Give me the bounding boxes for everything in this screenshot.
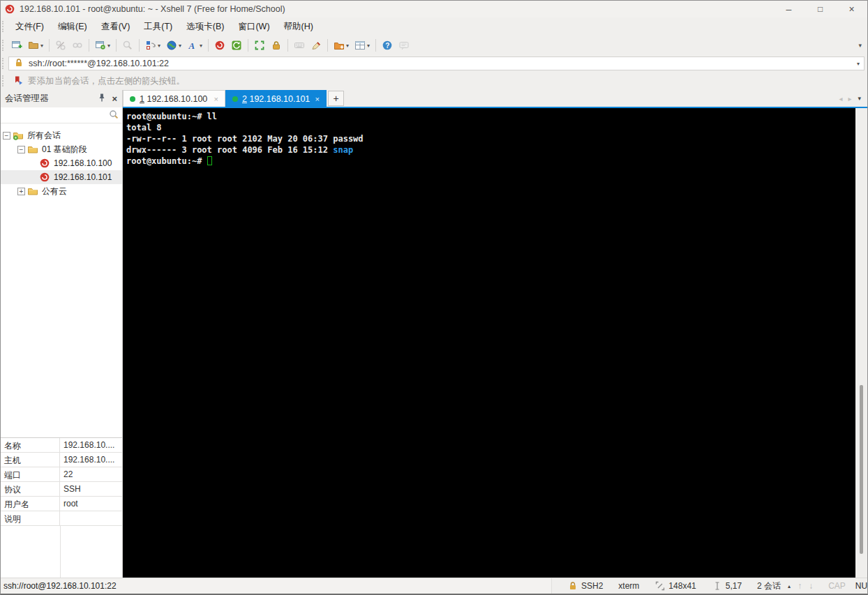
panel-spacer — [1, 198, 122, 437]
encoding-icon — [166, 40, 177, 51]
folder-icon — [27, 186, 38, 197]
dropdown-caret-icon[interactable]: ▾ — [158, 43, 160, 49]
status-connection: ssh://root@192.168.10.101:22 — [1, 578, 552, 594]
tree-item-01-[interactable]: −01 基础阶段 — [1, 142, 122, 156]
property-value: 22 — [60, 467, 122, 481]
tree-item-label: 所有会话 — [27, 130, 61, 142]
scrollbar-thumb[interactable] — [860, 385, 863, 554]
highlight-button[interactable] — [308, 38, 324, 53]
find-icon — [122, 40, 133, 51]
open-session-button[interactable]: ▾ — [25, 38, 46, 53]
tab-bar: 1 192.168.10.100×2 192.168.10.101×+ ◂ ▸ … — [123, 90, 867, 108]
menu-item-2[interactable]: 查看(V) — [94, 18, 137, 36]
toolbar-separator — [89, 39, 89, 52]
tree-item--[interactable]: −所有会话 — [1, 128, 122, 142]
address-bar[interactable]: ssh://root:******@192.168.10.101:22 ▾ — [8, 57, 865, 70]
status-session-count[interactable]: 2 会话 ▴ — [757, 580, 791, 592]
font-button[interactable]: A▾ — [184, 38, 205, 53]
compose-bar-icon — [145, 40, 156, 51]
minimize-button[interactable]: – — [773, 1, 805, 17]
collapse-icon[interactable]: − — [3, 132, 10, 140]
session-search-input[interactable] — [3, 109, 108, 121]
info-bar: 要添加当前会话，点击左侧的箭头按钮。 — [1, 72, 867, 90]
dropdown-caret-icon[interactable]: ▾ — [107, 43, 110, 49]
collapse-icon[interactable]: − — [17, 146, 25, 153]
dropdown-caret-icon[interactable]: ▾ — [179, 43, 181, 49]
maximize-button[interactable]: □ — [805, 1, 836, 17]
terminal-scrollbar[interactable] — [855, 108, 867, 578]
toolbar-overflow-caret-icon[interactable]: ▾ — [858, 42, 867, 49]
scroll-down-icon[interactable]: ↓ — [809, 581, 813, 591]
connected-dot-icon — [130, 96, 135, 102]
toolbar-separator — [248, 39, 248, 52]
dropdown-caret-icon[interactable]: ▾ — [200, 43, 202, 49]
menu-item-3[interactable]: 工具(T) — [137, 18, 179, 36]
tab-close-icon[interactable]: × — [214, 95, 218, 103]
pin-icon[interactable] — [96, 92, 107, 105]
highlight-icon — [310, 40, 322, 51]
menu-item-4[interactable]: 选项卡(B) — [179, 18, 231, 36]
feedback-icon — [398, 40, 410, 51]
property-row: 名称192.168.10.... — [1, 438, 122, 453]
dropdown-caret-icon[interactable]: ▾ — [346, 43, 349, 49]
expand-icon[interactable]: + — [17, 188, 25, 195]
tree-item-label: 192.168.10.101 — [54, 172, 112, 182]
file-transfer-button[interactable]: ▾ — [331, 38, 352, 53]
lock-icon — [13, 57, 24, 70]
menu-item-0[interactable]: 文件(F) — [8, 18, 51, 36]
tab-label: 2 192.168.10.101 — [242, 94, 310, 104]
session-icon — [39, 158, 50, 169]
caps-lock-indicator: CAP — [828, 581, 846, 591]
help-button[interactable]: ? — [379, 38, 396, 53]
help-icon: ? — [382, 40, 393, 51]
fullscreen-button[interactable] — [251, 38, 268, 53]
property-row: 说明 — [1, 511, 122, 526]
scroll-up-icon[interactable]: ↑ — [798, 581, 802, 591]
session-manager-header: 会话管理器 × — [1, 90, 122, 107]
dropdown-caret-icon[interactable]: ▾ — [367, 43, 370, 49]
tile-windows-button[interactable]: ▾ — [352, 38, 373, 53]
menu-item-5[interactable]: 窗口(W) — [231, 18, 276, 36]
connected-dot-icon — [232, 96, 238, 102]
panel-close-icon[interactable]: × — [110, 93, 119, 104]
tab-scroll-left-icon[interactable]: ◂ — [836, 95, 845, 103]
close-button[interactable]: × — [836, 1, 867, 17]
disconnect-icon — [55, 40, 66, 51]
encoding-button[interactable]: ▾ — [163, 38, 184, 53]
window-title: 192.168.10.101 - root@xubuntu: ~ - Xshel… — [20, 4, 285, 14]
session-count-caret-icon[interactable]: ▴ — [788, 583, 791, 589]
tree-item--[interactable]: +公有云 — [1, 184, 122, 198]
session-properties-button[interactable]: ▾ — [92, 38, 113, 53]
property-label: 端口 — [1, 467, 60, 481]
xshell-button[interactable] — [211, 38, 228, 53]
status-terminal-type-label: xterm — [618, 581, 639, 591]
xftp-button[interactable] — [228, 38, 245, 53]
tree-item-192.168.10.101[interactable]: 192.168.10.101 — [1, 170, 122, 184]
property-value: 192.168.10.... — [60, 453, 122, 467]
new-session-button[interactable] — [8, 38, 25, 53]
lock-screen-button[interactable] — [268, 38, 285, 53]
address-caret-icon[interactable]: ▾ — [857, 61, 860, 67]
session-properties-table: 名称192.168.10....主机192.168.10....端口22协议SS… — [1, 437, 122, 526]
tab-scroll-right-icon[interactable]: ▸ — [845, 95, 854, 103]
property-value: root — [60, 497, 122, 511]
dropdown-caret-icon[interactable]: ▾ — [40, 43, 43, 49]
font-icon: A — [187, 40, 198, 51]
new-tab-button[interactable]: + — [328, 91, 344, 106]
compose-bar-button[interactable]: ▾ — [142, 38, 163, 53]
terminal-screen[interactable]: root@xubuntu:~# lltotal 8-rw-r--r-- 1 ro… — [123, 108, 855, 578]
tree-item-192.168.10.100[interactable]: 192.168.10.100 — [1, 156, 122, 170]
feedback-button — [396, 38, 412, 53]
menu-item-6[interactable]: 帮助(H) — [277, 18, 320, 36]
property-label: 名称 — [1, 438, 60, 452]
session-search-box — [1, 107, 122, 123]
disconnect-button — [52, 38, 69, 53]
lock-icon — [567, 580, 578, 592]
session-tab-192.168.10.101[interactable]: 2 192.168.10.101× — [225, 90, 327, 107]
session-tab-192.168.10.100[interactable]: 1 192.168.10.100× — [123, 90, 225, 107]
menu-item-1[interactable]: 编辑(E) — [51, 18, 94, 36]
virtual-keyboard-icon — [294, 40, 305, 51]
toolbar-grip — [2, 21, 5, 32]
tab-menu-caret-icon[interactable]: ▾ — [854, 95, 867, 102]
tab-close-icon[interactable]: × — [315, 95, 320, 103]
